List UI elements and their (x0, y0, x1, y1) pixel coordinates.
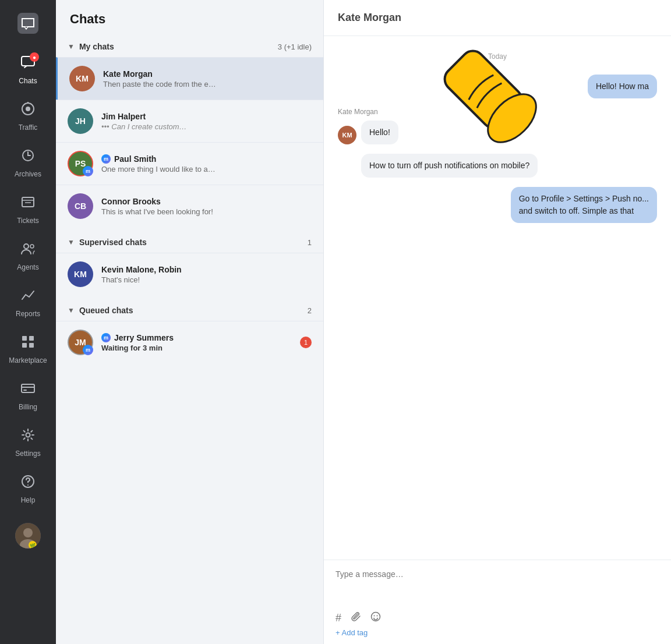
date-label: Today (338, 52, 657, 61)
svg-rect-6 (22, 197, 34, 207)
nav-item-archives[interactable]: Archives (0, 140, 56, 186)
list-item[interactable]: KM Kate Morgan Then paste the code from … (56, 57, 323, 100)
supervised-chats-section-header[interactable]: ▼ Supervised chats 1 (56, 232, 323, 253)
add-tag-button[interactable]: + Add tag (336, 628, 659, 637)
chat-name: Connor Brooks (101, 197, 312, 206)
reports-icon (20, 288, 36, 306)
panel-title: Chats (56, 0, 323, 36)
list-item[interactable]: JM m m Jerry Summers Waiting for 3 min 1 (56, 321, 323, 363)
svg-point-20 (27, 484, 29, 486)
chat-preview: ••• Can I create custom… (101, 122, 312, 131)
traffic-icon (20, 101, 36, 120)
messenger-badge: m (83, 166, 93, 176)
nav-item-help[interactable]: Help (0, 466, 56, 512)
svg-rect-11 (22, 336, 27, 341)
chevron-down-icon: ▼ (68, 43, 75, 51)
avatar: PS m (68, 151, 93, 176)
nav-label-chats: Chats (19, 77, 37, 85)
chat-info: Kevin Malone, Robin That's nice! (101, 265, 312, 284)
emoji-button[interactable] (370, 611, 381, 625)
settings-icon (20, 427, 36, 446)
nav-label-marketplace: Marketplace (9, 356, 47, 365)
list-item[interactable]: CB Connor Brooks This is what I've been … (56, 185, 323, 227)
svg-point-10 (30, 245, 34, 248)
chat-info: Kate Morgan Then paste the code from the… (103, 69, 312, 89)
nav-label-tickets: Tickets (17, 217, 39, 225)
chat-list-panel: Chats ▼ My chats 3 (+1 idle) KM Kate Mor… (56, 0, 324, 644)
message-input[interactable] (336, 569, 659, 604)
hashtag-button[interactable]: # (336, 612, 341, 624)
nav-item-agents[interactable]: Agents (0, 233, 56, 279)
chat-name: m Paul Smith (101, 154, 312, 164)
queued-chats-section-header[interactable]: ▼ Queued chats 2 (56, 300, 323, 321)
svg-point-30 (377, 615, 378, 617)
message-row: How to turn off push notifications on mo… (338, 154, 657, 178)
queued-chats-label: Queued chats (79, 306, 133, 315)
agents-icon (20, 241, 36, 260)
unread-badge: 1 (300, 337, 312, 348)
svg-point-3 (26, 107, 30, 111)
message-bubble-sent: Go to Profile > Settings > Push no...and… (511, 187, 657, 223)
chat-preview: That's nice! (101, 275, 312, 284)
nav-item-tickets[interactable]: Tickets (0, 186, 56, 233)
chat-info: Connor Brooks This is what I've been loo… (101, 197, 312, 216)
avatar: KM (69, 66, 95, 91)
chat-name: Kevin Malone, Robin (101, 265, 312, 274)
chat-toolbar: # (336, 607, 659, 625)
chat-preview: One more thing I would like to a… (101, 165, 312, 174)
my-chats-label: My chats (79, 42, 114, 51)
message-row: Go to Profile > Settings > Push no...and… (338, 187, 657, 223)
chat-name: Kate Morgan (103, 69, 312, 79)
message-bubble-received: Hello! (361, 121, 398, 144)
contact-name: Kate Morgan (338, 12, 401, 23)
nav-label-settings: Settings (15, 450, 40, 458)
my-chats-count: 3 (+1 idle) (278, 43, 312, 51)
avatar: JH (68, 108, 93, 134)
archives-icon (20, 148, 36, 167)
messenger-icon: m (101, 154, 111, 164)
nav-item-settings[interactable]: Settings (0, 419, 56, 466)
chat-preview: This is what I've been looking for! (101, 207, 312, 216)
supervised-chats-label: Supervised chats (79, 238, 147, 247)
nav-label-traffic: Traffic (19, 123, 38, 132)
chat-info: Jim Halpert ••• Can I create custom… (101, 112, 312, 131)
chevron-down-icon: ▼ (68, 238, 75, 246)
svg-point-29 (374, 615, 375, 617)
attachment-button[interactable] (351, 611, 361, 625)
nav-label-help: Help (21, 496, 36, 504)
avatar-img: 🌿 (15, 523, 41, 549)
chats-badge: ● (30, 52, 39, 62)
chats-icon: ● (20, 55, 36, 73)
chat-header: Kate Morgan (324, 0, 671, 36)
list-item[interactable]: PS m m Paul Smith One more thing I would… (56, 142, 323, 185)
avatar: JM m (68, 330, 93, 355)
svg-point-22 (23, 528, 33, 537)
chat-messages: Today Hello! How ma Kate Morgan KM Hello… (324, 36, 671, 560)
chat-name: Jim Halpert (101, 112, 312, 121)
svg-rect-14 (29, 343, 34, 348)
queued-chats-count: 2 (308, 306, 312, 315)
chat-info: m Paul Smith One more thing I would like… (101, 154, 312, 174)
svg-point-9 (24, 244, 29, 249)
nav-item-reports[interactable]: Reports (0, 279, 56, 326)
nav-item-billing[interactable]: Billing (0, 373, 56, 419)
avatar: KM (68, 261, 93, 287)
nav-item-traffic[interactable]: Traffic (0, 93, 56, 140)
list-item[interactable]: KM Kevin Malone, Robin That's nice! (56, 253, 323, 295)
my-chats-section-header[interactable]: ▼ My chats 3 (+1 idle) (56, 36, 323, 57)
nav-item-chats[interactable]: ● Chats (0, 47, 56, 93)
nav-item-marketplace[interactable]: Marketplace (0, 326, 56, 373)
supervised-chats-count: 1 (308, 238, 312, 247)
svg-point-18 (26, 433, 30, 437)
sender-name: Kate Morgan (338, 108, 398, 116)
tickets-icon (20, 194, 36, 213)
messenger-badge: m (83, 345, 93, 355)
nav-label-archives: Archives (15, 170, 41, 178)
chat-input-area: # + Add tag (324, 560, 671, 644)
message-row: Kate Morgan KM Hello! (338, 108, 657, 144)
user-avatar[interactable]: 🌿 (0, 512, 56, 559)
svg-text:🌿: 🌿 (30, 543, 36, 549)
list-item[interactable]: JH Jim Halpert ••• Can I create custom… (56, 100, 323, 142)
avatar: KM (338, 126, 356, 144)
billing-icon (20, 381, 36, 399)
